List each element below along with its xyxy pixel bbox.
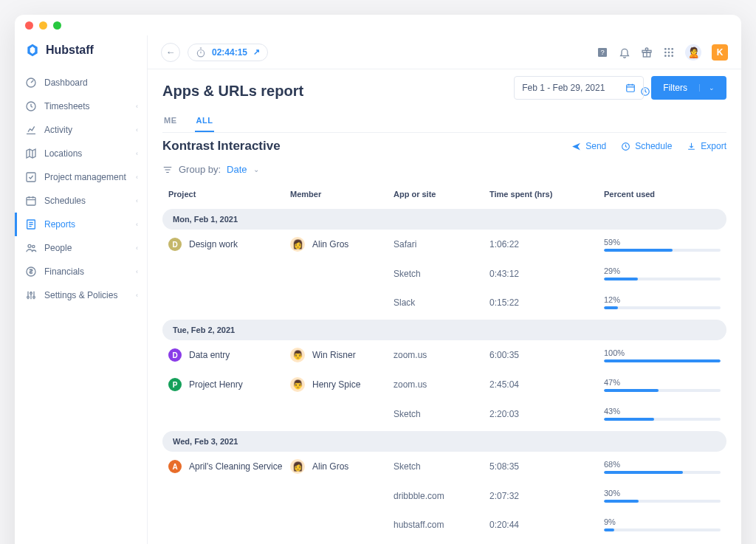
percent-track: [604, 500, 721, 503]
percent-label: 68%: [604, 460, 721, 469]
member-name: Henry Spice: [312, 379, 360, 390]
tab-me[interactable]: ME: [162, 110, 179, 132]
people-icon: [25, 242, 37, 254]
report-icon: [25, 218, 37, 230]
svg-point-18: [671, 51, 673, 53]
chevron-left-icon: ‹: [136, 221, 138, 228]
org-badge[interactable]: K: [712, 44, 728, 61]
popout-icon[interactable]: ↗: [253, 47, 260, 57]
percent-fill: [604, 278, 638, 280]
app-name: hubstaff.com: [394, 520, 489, 530]
date-range-picker[interactable]: Feb 1 - Feb 29, 2021: [514, 76, 644, 100]
chevron-left-icon: ‹: [136, 150, 138, 157]
table-row: MMarketing👩Catherine WiseGoogle Chrome5:…: [162, 539, 726, 544]
chart-icon: [25, 124, 37, 136]
app-name: Slack: [394, 297, 489, 308]
nav-label: Project management: [44, 172, 126, 182]
nav-item-schedules[interactable]: Schedules‹: [15, 189, 147, 213]
percent-label: 29%: [604, 266, 721, 275]
timer-widget[interactable]: 02:44:15 ↗: [188, 44, 268, 61]
app-name: dribbble.com: [394, 491, 489, 501]
org-name: Kontrast Interactive: [162, 139, 281, 154]
table-row: dribbble.com2:07:3230%: [162, 481, 726, 510]
back-button[interactable]: ←: [161, 43, 180, 62]
percent-fill: [604, 471, 683, 474]
svg-point-6: [32, 245, 35, 247]
percent-fill: [604, 249, 673, 252]
percent-track: [604, 249, 721, 252]
group-by-control[interactable]: Group by: Date ⌄: [162, 164, 726, 175]
project-badge: D: [168, 238, 182, 251]
percent-label: 100%: [604, 348, 721, 357]
nav-item-locations[interactable]: Locations‹: [15, 142, 147, 165]
nav-item-financials[interactable]: Financials‹: [15, 260, 147, 283]
project-name: Data entry: [189, 350, 230, 360]
nav-label: Reports: [44, 219, 75, 230]
nav-item-timesheets[interactable]: Timesheets‹: [15, 94, 147, 118]
sidebar-nav: DashboardTimesheets‹Activity‹Locations‹P…: [15, 71, 147, 307]
nav-item-people[interactable]: People‹: [15, 236, 147, 260]
percent-cell: 68%: [604, 460, 721, 474]
time-spent: 1:06:22: [489, 239, 604, 249]
user-avatar[interactable]: 🙎: [685, 44, 701, 61]
page-title: Apps & URLs report: [162, 83, 303, 100]
bell-icon[interactable]: [619, 47, 630, 58]
svg-point-14: [668, 48, 670, 50]
brand-label: Hubstaff: [46, 44, 94, 57]
window-titlebar: [15, 15, 741, 35]
table-row: Sketch2:20:0343%: [162, 399, 726, 428]
percent-fill: [604, 359, 721, 362]
sliders-icon: [25, 289, 37, 301]
percent-cell: 29%: [604, 266, 721, 280]
member-avatar: 👩: [290, 237, 305, 252]
col-member: Member: [290, 190, 394, 199]
help-icon[interactable]: ?: [597, 47, 608, 58]
chevron-left-icon: ‹: [136, 197, 138, 204]
download-icon: [687, 142, 696, 151]
close-window-dot[interactable]: [25, 21, 33, 30]
tab-all[interactable]: ALL: [195, 110, 215, 132]
nav-item-reports[interactable]: Reports‹: [15, 213, 147, 236]
nav-item-project-management[interactable]: Project management‹: [15, 165, 147, 189]
maximize-window-dot[interactable]: [53, 21, 61, 30]
time-spent: 2:45:04: [489, 379, 604, 390]
gift-icon[interactable]: [641, 47, 653, 58]
member-name: Alin Gros: [312, 239, 348, 249]
calendar-icon: [25, 195, 37, 207]
svg-rect-23: [627, 85, 635, 92]
svg-rect-2: [27, 173, 35, 182]
percent-fill: [604, 389, 659, 392]
project-badge: A: [168, 460, 182, 473]
table-row: hubstaff.com0:20:449%: [162, 510, 726, 539]
chevron-left-icon: ‹: [136, 173, 138, 181]
filters-button[interactable]: Filters ⌄: [651, 76, 726, 100]
minimize-window-dot[interactable]: [39, 21, 47, 30]
member-avatar: 👨: [290, 348, 305, 362]
svg-text:?: ?: [600, 49, 604, 56]
percent-fill: [604, 528, 614, 531]
svg-point-20: [668, 55, 670, 57]
nav-item-dashboard[interactable]: Dashboard: [15, 71, 147, 94]
percent-cell: 100%: [604, 348, 721, 362]
nav-item-settings-policies[interactable]: Settings & Policies‹: [15, 283, 147, 307]
send-action[interactable]: Send: [571, 141, 606, 151]
table-header: Project Member App or site Time spent (h…: [162, 182, 726, 206]
apps-grid-icon[interactable]: [663, 47, 675, 58]
table-row: Slack0:15:2212%: [162, 288, 726, 317]
nav-label: Activity: [44, 125, 72, 135]
export-action[interactable]: Export: [687, 141, 726, 151]
timer-value: 02:44:15: [212, 47, 247, 58]
percent-label: 47%: [604, 378, 721, 387]
nav-label: People: [44, 243, 72, 253]
svg-rect-3: [27, 197, 35, 205]
schedule-action[interactable]: Schedule: [621, 141, 672, 151]
chevron-left-icon: ‹: [136, 292, 138, 299]
time-spent: 2:07:32: [489, 491, 604, 501]
chevron-left-icon: ‹: [136, 103, 138, 110]
calendar-icon: [625, 83, 636, 93]
app-name: Safari: [394, 239, 489, 249]
map-icon: [25, 148, 37, 159]
nav-item-activity[interactable]: Activity‹: [15, 118, 147, 142]
nav-label: Locations: [44, 148, 82, 159]
brand-logo[interactable]: Hubstaff: [15, 40, 147, 71]
